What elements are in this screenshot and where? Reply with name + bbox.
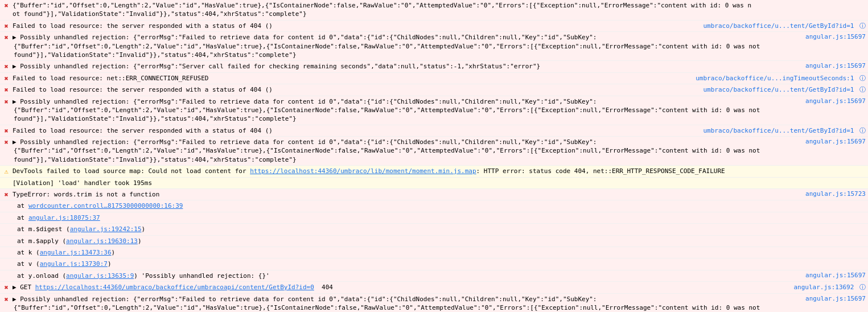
source-link[interactable]: angular.js:15723 [752, 190, 866, 198]
console-message: ▶ Possibly unhandled rejection: {"errorM… [13, 33, 752, 42]
error-icon: ✖ [2, 127, 10, 135]
error-icon: ✖ [2, 22, 10, 30]
source-link[interactable]: angular.js:15697 [752, 295, 866, 302]
devtools-map-link[interactable]: https://localhost:44360/umbraco/lib/mome… [250, 167, 476, 175]
stack-trace-row: at wordcounter.controll…81753000000000:1… [0, 200, 868, 212]
source-link[interactable]: angular.js:15697 [752, 62, 866, 69]
stack-link[interactable]: angular.js:19242:15 [70, 225, 142, 233]
stack-link[interactable]: angular.js:13730:7 [40, 260, 108, 268]
stack-line: at m.$digest (angular.js:19242:15) [2, 225, 866, 233]
stack-trace-row: at k (angular.js:13473:36) [0, 247, 868, 258]
error-icon: ✖ [2, 138, 10, 146]
warning-icon: ⚠ [2, 167, 10, 175]
stack-line: at y.onload (angular.js:13635:9) 'Possib… [2, 272, 752, 280]
source-link[interactable]: umbraco/backoffice/u...tent/GetById?id=1… [698, 85, 866, 94]
console-message: ▶ GET https://localhost:44360/umbraco/ba… [13, 283, 752, 292]
stack-line: at wordcounter.controll…81753000000000:1… [2, 202, 866, 210]
console-row: ✖ ▶ Possibly unhandled rejection: {"erro… [0, 61, 868, 72]
stack-line: at angular.js:18075:37 [2, 214, 866, 222]
info-icon[interactable]: ⓘ [859, 127, 866, 134]
error-icon: ✖ [2, 75, 10, 83]
error-icon: ✖ [2, 284, 10, 292]
console-row: ✖ Failed to load resource: the server re… [0, 125, 868, 137]
console-row: ✖ ▶ Possibly unhandled rejection: {"erro… [0, 32, 868, 61]
info-icon[interactable]: ⓘ [859, 75, 866, 82]
stack-link[interactable]: angular.js:19630:13 [66, 237, 138, 245]
console-row: [Violation] 'load' handler took 195ms [0, 178, 868, 189]
source-link[interactable]: angular.js:13692 ⓘ [752, 283, 866, 292]
console-row: ✖ ▶ GET https://localhost:44360/umbraco/… [0, 282, 868, 293]
source-link[interactable]: umbraco/backoffice/u...ingTimeoutSeconds… [691, 74, 866, 83]
console-row: ⚠ DevTools failed to load source map: Co… [0, 166, 868, 177]
console-message-continuation: found"}],"ValidationState":"Invalid"}},"… [2, 155, 297, 164]
source-link[interactable]: angular.js:15697 [752, 272, 866, 279]
console-message: ▶ Possibly unhandled rejection: {"errorM… [13, 97, 752, 106]
error-icon: ✖ [2, 295, 10, 303]
error-icon: ✖ [2, 2, 10, 10]
source-link[interactable]: angular.js:15697 [752, 97, 866, 105]
console-message: {"Buffer":"id","Offset":0,"Length":2,"Va… [13, 1, 752, 19]
info-icon[interactable]: ⓘ [859, 284, 866, 291]
stack-line: at m.$apply (angular.js:19630:13) [2, 237, 866, 245]
stack-link[interactable]: wordcounter.controll…81753000000000:16:3… [28, 202, 183, 210]
source-link[interactable]: umbraco/backoffice/u...tent/GetById?id=1… [698, 126, 866, 135]
console-row: ✖ {"Buffer":"id","Offset":0,"Length":2,"… [0, 0, 868, 20]
console-message: ▶ Possibly unhandled rejection: {"errorM… [13, 138, 752, 146]
console-message: [Violation] 'load' handler took 195ms [13, 179, 866, 187]
error-icon: ✖ [2, 63, 10, 71]
stack-link[interactable]: angular.js:13473:36 [40, 249, 112, 256]
error-icon: ✖ [2, 98, 10, 106]
spacer-icon [2, 179, 10, 187]
console-message: Failed to load resource: the server resp… [13, 85, 698, 94]
stack-trace-row: at angular.js:18075:37 [0, 212, 868, 224]
source-link[interactable]: angular.js:15697 [752, 33, 866, 40]
get-request-link[interactable]: https://localhost:44360/umbraco/backoffi… [35, 284, 314, 291]
console-message-continuation: {"Buffer":"id","Offset":0,"Length":2,"Va… [2, 42, 760, 51]
console-message: Failed to load resource: the server resp… [13, 22, 698, 30]
console-message: Failed to load resource: net::ERR_CONNEC… [13, 74, 691, 83]
console-row: ✖ ▶ Possibly unhandled rejection: {"erro… [0, 96, 868, 125]
stack-link[interactable]: angular.js:13635:9 [66, 272, 134, 280]
stack-line: at k (angular.js:13473:36) [2, 248, 866, 257]
info-icon[interactable]: ⓘ [859, 86, 866, 93]
info-icon[interactable]: ⓘ [859, 22, 866, 30]
console-message: ▶ Possibly unhandled rejection: {"errorM… [13, 62, 752, 71]
stack-trace-row: at y.onload (angular.js:13635:9) 'Possib… [0, 270, 868, 282]
stack-trace-row: at m.$apply (angular.js:19630:13) [0, 236, 868, 247]
console-message-continuation: {"Buffer":"id","Offset":0,"Length":2,"Va… [2, 106, 760, 114]
console-message-continuation: {"Buffer":"id","Offset":0,"Length":2,"Va… [2, 146, 760, 155]
stack-trace-row: at v (angular.js:13730:7) [0, 258, 868, 270]
console-row: ✖ Failed to load resource: the server re… [0, 84, 868, 96]
console-message-continuation: found"}],"ValidationState":"Invalid"}},"… [2, 114, 297, 123]
console-message: DevTools failed to load source map: Coul… [13, 167, 866, 175]
console-panel: ✖ {"Buffer":"id","Offset":0,"Length":2,"… [0, 0, 868, 312]
source-link[interactable]: umbraco/backoffice/u...tent/GetById?id=1… [698, 22, 866, 30]
stack-link[interactable]: angular.js:18075:37 [28, 214, 100, 221]
console-message: Failed to load resource: the server resp… [13, 126, 698, 135]
console-message: TypeError: words.trim is not a function [13, 190, 752, 199]
console-message: ▶ Possibly unhandled rejection: {"errorM… [13, 295, 752, 303]
source-link[interactable]: angular.js:15697 [752, 138, 866, 145]
error-icon: ✖ [2, 34, 10, 42]
console-row: ✖ ▶ Possibly unhandled rejection: {"erro… [0, 294, 868, 312]
stack-line: at v (angular.js:13730:7) [2, 260, 866, 268]
console-message-continuation: {"Buffer":"id","Offset":0,"Length":2,"Va… [2, 303, 760, 312]
console-message-continuation: found"}],"ValidationState":"Invalid"}},"… [2, 51, 297, 59]
error-icon: ✖ [2, 86, 10, 94]
console-row: ✖ TypeError: words.trim is not a functio… [0, 189, 868, 200]
error-icon: ✖ [2, 191, 10, 199]
console-row: ✖ Failed to load resource: the server re… [0, 20, 868, 32]
console-row: ✖ Failed to load resource: net::ERR_CONN… [0, 73, 868, 84]
stack-trace-row: at m.$digest (angular.js:19242:15) [0, 224, 868, 235]
console-row: ✖ ▶ Possibly unhandled rejection: {"erro… [0, 137, 868, 166]
